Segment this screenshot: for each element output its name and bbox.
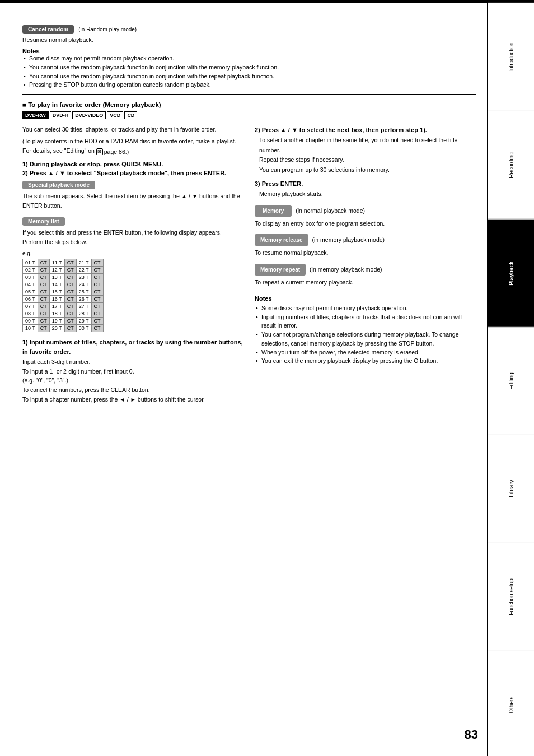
- memory-playback-heading: ■ To play in favorite order (Memory play…: [22, 101, 476, 108]
- memory-repeat-note: (in memory playback mode): [310, 266, 382, 273]
- format-tag-dvdr: DVD-R: [50, 111, 72, 119]
- right-step3-line: Memory playback starts.: [255, 189, 476, 199]
- grid-cell-num: 05 T: [23, 288, 38, 295]
- grid-cell-ct: CT: [64, 310, 76, 317]
- special-playback-section: Special playback mode The sub-menu appea…: [22, 179, 243, 211]
- grid-cell-ct: CT: [91, 310, 103, 317]
- notes1-title: Notes: [22, 48, 476, 54]
- grid-cell-ct: CT: [38, 259, 49, 266]
- grid-cell-ct: CT: [38, 295, 49, 302]
- input-step1-line4: To input a chapter number, press the ◄ /…: [22, 395, 243, 404]
- memory-repeat-section: Memory repeat (in memory playback mode) …: [255, 263, 476, 288]
- grid-cell-ct: CT: [38, 273, 49, 281]
- notes2-item: You can exit the memory playback display…: [255, 357, 476, 366]
- notes1-item: Some discs may not permit random playbac…: [22, 54, 476, 63]
- notes1-item: You cannot use the random playback funct…: [22, 63, 476, 72]
- grid-cell-ct: CT: [38, 288, 49, 295]
- grid-cell-num: 02 T: [23, 266, 38, 273]
- notes-section-2: Notes Some discs may not permit memory p…: [255, 293, 476, 366]
- eg-label: e.g.: [22, 250, 243, 256]
- memory-list-desc: If you select this and press the ENTER b…: [22, 228, 243, 247]
- memory-release-note: (in memory playback mode): [312, 236, 385, 243]
- grid-cell-num: 17 T: [49, 302, 64, 310]
- step2-bold: 2) Press ▲ / ▼ to select "Special playba…: [22, 170, 243, 176]
- grid-cell-ct: CT: [64, 288, 76, 295]
- right-sidebar: Introduction Recording Playback Editing …: [487, 3, 534, 756]
- memory-note: (in normal playback mode): [296, 207, 365, 214]
- grid-cell-num: 07 T: [23, 302, 38, 310]
- two-col-layout: You can select 30 titles, chapters, or t…: [22, 125, 476, 407]
- sidebar-tab-others[interactable]: Others: [488, 651, 534, 756]
- grid-cell-ct: CT: [91, 295, 103, 302]
- notes-section-1: Notes Some discs may not permit random p…: [22, 48, 476, 90]
- notes2-item: Some discs may not permit memory playbac…: [255, 304, 476, 313]
- grid-cell-ct: CT: [38, 310, 49, 317]
- grid-cell-ct: CT: [91, 259, 103, 266]
- cancel-random-badge: Cancel random: [22, 25, 74, 34]
- sidebar-tab-editing[interactable]: Editing: [488, 327, 534, 435]
- input-step1-line0: Input each 3-digit number.: [22, 357, 243, 367]
- notes2-list: Some discs may not permit memory playbac…: [255, 304, 476, 366]
- memory-release-section: Memory release (in memory playback mode)…: [255, 233, 476, 258]
- memory-repeat-badge: Memory repeat: [255, 264, 306, 276]
- memory-list-section: Memory list If you select this and press…: [22, 214, 243, 247]
- grid-cell-num: 04 T: [23, 281, 38, 288]
- grid-cell-ct: CT: [64, 273, 76, 281]
- grid-cell-num: 12 T: [49, 266, 64, 273]
- grid-cell-ct: CT: [91, 317, 103, 324]
- grid-cell-ct: CT: [91, 281, 103, 288]
- memory-desc-right: To display an entry box for one program …: [255, 219, 476, 229]
- grid-cell-num: 20 T: [49, 324, 64, 332]
- grid-cell-ct: CT: [64, 281, 76, 288]
- right-step2-bold: 2) Press ▲ / ▼ to select the next box, t…: [255, 125, 476, 136]
- memory-badge-section: Memory (in normal playback mode) To disp…: [255, 204, 476, 229]
- page-number: 83: [465, 727, 478, 742]
- grid-cell-num: 13 T: [49, 273, 64, 281]
- notes1-list: Some discs may not permit random playbac…: [22, 54, 476, 90]
- step1-bold: 1) During playback or stop, press QUICK …: [22, 161, 243, 167]
- sidebar-tab-function-setup[interactable]: Function setup: [488, 543, 534, 651]
- grid-cell-ct: CT: [91, 302, 103, 310]
- grid-cell-num: 11 T: [49, 259, 64, 266]
- grid-cell-num: 19 T: [49, 317, 64, 324]
- notes1-item: You cannot use the random playback funct…: [22, 72, 476, 81]
- input-step1-line2: (e.g. "0", "0", "3".): [22, 376, 243, 385]
- sidebar-tab-playback[interactable]: Playback: [488, 219, 534, 327]
- memory-desc2: (To play contents in the HDD or a DVD-RA…: [22, 137, 243, 157]
- grid-cell-ct: CT: [64, 317, 76, 324]
- grid-cell-num: 22 T: [76, 266, 91, 273]
- memory-release-desc: To resume normal playback.: [255, 248, 476, 258]
- grid-cell-num: 30 T: [76, 324, 91, 332]
- memory-desc: You can select 30 titles, chapters, or t…: [22, 125, 243, 134]
- grid-cell-num: 21 T: [76, 259, 91, 266]
- notes2-item: Inputting numbers of titles, chapters or…: [255, 313, 476, 331]
- notes2-item: You cannot program/change selections dur…: [255, 330, 476, 348]
- grid-cell-num: 18 T: [49, 310, 64, 317]
- notes2-item: When you turn off the power, the selecte…: [255, 348, 476, 357]
- memory-badge: Memory: [255, 205, 292, 217]
- format-tag-dvdrw: DVD-RW: [22, 111, 49, 119]
- input-step1-bold: 1) Input numbers of titles, chapters, or…: [22, 338, 243, 357]
- grid-cell-ct: CT: [64, 259, 76, 266]
- sidebar-tab-recording[interactable]: Recording: [488, 111, 534, 219]
- grid-cell-num: 10 T: [23, 324, 38, 332]
- cancel-random-note: (in Random play mode): [78, 26, 137, 32]
- memory-list-badge: Memory list: [22, 217, 65, 226]
- left-column: You can select 30 titles, chapters, or t…: [22, 125, 243, 407]
- grid-cell-ct: CT: [38, 324, 49, 332]
- grid-cell-num: 16 T: [49, 295, 64, 302]
- grid-cell-ct: CT: [38, 281, 49, 288]
- sidebar-tab-library[interactable]: Library: [488, 435, 534, 543]
- right-step3-bold: 3) Press ENTER.: [255, 179, 476, 189]
- cancel-random-desc: Resumes normal playback.: [22, 36, 476, 43]
- grid-cell-num: 14 T: [49, 281, 64, 288]
- memory-repeat-desc: To repeat a current memory playback.: [255, 278, 476, 288]
- format-tag-dvdvideo: DVD-VIDEO: [72, 111, 106, 119]
- cancel-random-section: Cancel random (in Random play mode) Resu…: [22, 25, 476, 43]
- input-step1: 1) Input numbers of titles, chapters, or…: [22, 338, 243, 404]
- special-playback-desc: The sub-menu appears. Select the next it…: [22, 192, 243, 211]
- grid-cell-ct: CT: [64, 302, 76, 310]
- grid-cell-num: 27 T: [76, 302, 91, 310]
- sidebar-tab-introduction[interactable]: Introduction: [488, 3, 534, 111]
- grid-cell-num: 01 T: [23, 259, 38, 266]
